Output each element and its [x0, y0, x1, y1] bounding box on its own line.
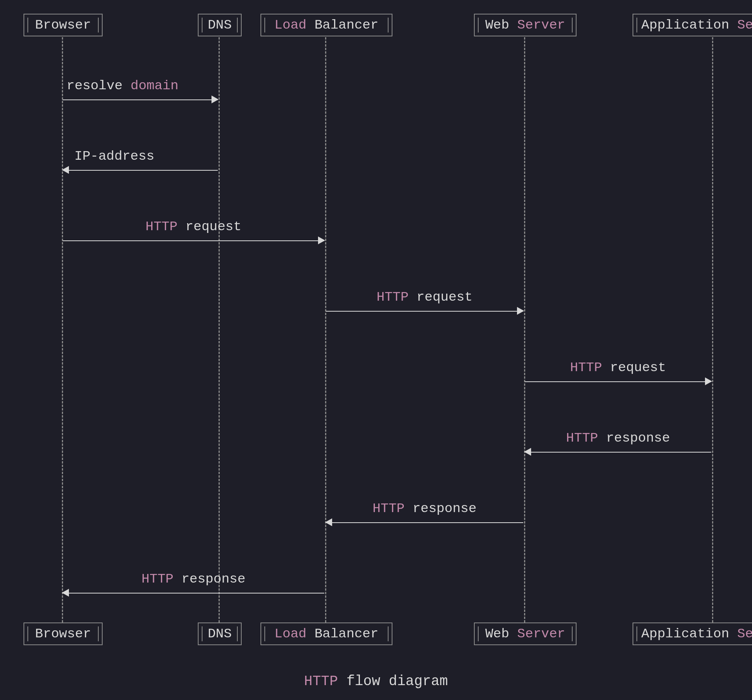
- participant-app-top: Application Server: [633, 14, 752, 36]
- participant-label-2: Server: [737, 626, 752, 641]
- participant-lb-top: Load Balancer: [260, 14, 392, 36]
- msg-label-2: response: [412, 501, 476, 516]
- participant-label: Browser: [35, 626, 91, 641]
- msg-http-request-2: HTTP request: [326, 290, 523, 321]
- caption-1: HTTP: [304, 673, 338, 689]
- msg-label-1: HTTP: [146, 219, 178, 234]
- msg-label-1: HTTP: [377, 290, 409, 305]
- participant-label: Load: [275, 626, 307, 641]
- msg-label-2: domain: [130, 78, 178, 93]
- msg-label-2: request: [417, 290, 473, 305]
- lifeline-dns: [219, 37, 220, 622]
- sequence-diagram: Browser DNS Load Balancer Web Server App…: [0, 0, 752, 700]
- participant-label-2: Balancer: [315, 626, 378, 641]
- msg-label-2: response: [181, 572, 245, 586]
- participant-browser-top: Browser: [24, 14, 103, 36]
- participant-label-2: Server: [517, 18, 565, 32]
- participant-label: DNS: [208, 626, 231, 641]
- participant-label: Web: [485, 18, 509, 32]
- msg-http-request-1: HTTP request: [63, 219, 324, 251]
- msg-label-1: IP-address: [74, 149, 154, 164]
- msg-label-2: response: [606, 431, 670, 446]
- participant-web-bottom: Web Server: [474, 622, 577, 645]
- lifeline-lb: [325, 37, 326, 622]
- msg-ip-address: IP-address: [63, 149, 218, 180]
- lifeline-web: [524, 37, 525, 622]
- msg-label-2: request: [610, 360, 666, 375]
- participant-dns-top: DNS: [198, 14, 242, 36]
- lifeline-browser: [62, 37, 63, 622]
- diagram-caption: HTTP flow diagram: [0, 673, 752, 689]
- msg-resolve-domain: resolve domain: [63, 78, 218, 110]
- participant-label: Web: [485, 626, 509, 641]
- msg-http-response-2: HTTP response: [326, 501, 523, 532]
- participant-label-2: Server: [737, 18, 752, 32]
- participant-label: Load: [275, 18, 307, 32]
- msg-label-1: HTTP: [570, 360, 602, 375]
- msg-label-2: request: [186, 219, 242, 234]
- msg-label-1: HTTP: [372, 501, 405, 516]
- participant-web-top: Web Server: [474, 14, 577, 36]
- lifeline-app: [712, 37, 713, 622]
- caption-2: flow diagram: [346, 673, 448, 689]
- msg-http-response-1: HTTP response: [525, 431, 711, 462]
- msg-label-1: HTTP: [566, 431, 598, 446]
- participant-dns-bottom: DNS: [198, 622, 242, 645]
- participant-lb-bottom: Load Balancer: [260, 622, 392, 645]
- participant-label-2: Balancer: [315, 18, 378, 32]
- msg-http-response-3: HTTP response: [63, 572, 324, 603]
- participant-label: DNS: [208, 18, 231, 32]
- msg-label-1: HTTP: [141, 572, 174, 586]
- msg-http-request-3: HTTP request: [525, 360, 711, 391]
- participant-browser-bottom: Browser: [24, 622, 103, 645]
- msg-label-1: resolve: [67, 78, 123, 93]
- participant-label: Browser: [35, 18, 91, 32]
- participant-label-2: Server: [517, 626, 565, 641]
- participant-label: Application: [641, 626, 729, 641]
- participant-app-bottom: Application Server: [633, 622, 752, 645]
- participant-label: Application: [641, 18, 729, 32]
